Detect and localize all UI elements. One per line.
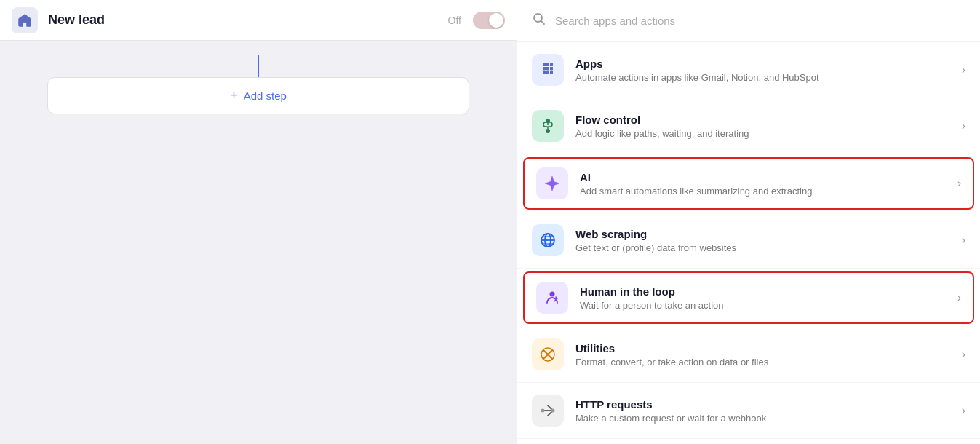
http-requests-text: HTTP requests Make a custom request or w… xyxy=(575,398,950,424)
human-in-the-loop-title: Human in the loop xyxy=(580,285,946,298)
utilities-chevron: › xyxy=(962,348,965,361)
human-in-the-loop-chevron: › xyxy=(957,291,961,304)
svg-point-20 xyxy=(541,409,545,413)
svg-rect-7 xyxy=(550,68,553,71)
menu-item-apps[interactable]: Apps Automate actions in apps like Gmail… xyxy=(517,42,980,98)
flow-control-title: Flow control xyxy=(575,114,950,126)
web-scraping-icon xyxy=(532,224,564,256)
ai-desc: Add smart automations like summarizing a… xyxy=(580,186,946,197)
web-scraping-desc: Get text or (profile) data from websites xyxy=(575,242,950,253)
svg-rect-3 xyxy=(546,63,549,66)
apps-icon xyxy=(532,54,564,86)
svg-line-1 xyxy=(541,21,545,25)
svg-rect-4 xyxy=(550,63,553,66)
web-scraping-title: Web scraping xyxy=(575,228,950,240)
ai-icon xyxy=(536,167,568,199)
search-input[interactable] xyxy=(555,15,965,27)
utilities-text: Utilities Format, convert, or take actio… xyxy=(575,342,950,368)
http-requests-icon xyxy=(532,395,564,427)
plus-icon: + xyxy=(230,88,238,103)
svg-point-18 xyxy=(550,292,555,297)
svg-rect-9 xyxy=(546,71,549,74)
toggle-wrapper: Off xyxy=(448,12,505,29)
http-requests-chevron: › xyxy=(962,404,965,417)
add-step-label: Add step xyxy=(244,90,287,102)
menu-item-ai[interactable]: AI Add smart automations like summarizin… xyxy=(523,157,974,210)
workflow-title: New lead xyxy=(48,12,438,28)
web-scraping-chevron: › xyxy=(962,234,965,247)
apps-desc: Automate actions in apps like Gmail, Not… xyxy=(575,72,950,83)
human-in-the-loop-icon xyxy=(536,282,568,314)
workflow-area: + Add step xyxy=(0,41,517,444)
menu-item-http-requests[interactable]: HTTP requests Make a custom request or w… xyxy=(517,383,980,439)
flow-control-icon xyxy=(532,110,564,142)
ai-chevron: › xyxy=(957,177,961,190)
toggle-knob xyxy=(489,13,503,28)
svg-rect-6 xyxy=(546,68,549,71)
menu-list: Apps Automate actions in apps like Gmail… xyxy=(517,42,980,444)
app-icon xyxy=(12,7,38,33)
add-step-button[interactable]: + Add step xyxy=(47,77,469,114)
svg-point-21 xyxy=(551,409,555,413)
svg-rect-2 xyxy=(543,63,546,66)
utilities-title: Utilities xyxy=(575,342,950,354)
apps-title: Apps xyxy=(575,58,950,70)
svg-rect-5 xyxy=(543,68,546,71)
search-icon xyxy=(532,12,546,30)
svg-rect-10 xyxy=(550,71,553,74)
utilities-desc: Format, convert, or take action on data … xyxy=(575,357,950,368)
ai-text: AI Add smart automations like summarizin… xyxy=(580,171,946,197)
ai-title: AI xyxy=(580,171,946,183)
svg-rect-8 xyxy=(543,71,546,74)
apps-chevron: › xyxy=(962,63,965,76)
flow-control-text: Flow control Add logic like paths, waiti… xyxy=(575,114,950,139)
menu-item-web-scraping[interactable]: Web scraping Get text or (profile) data … xyxy=(517,213,980,269)
flow-control-chevron: › xyxy=(962,119,965,132)
left-panel: New lead Off + Add step xyxy=(0,0,517,444)
header-bar: New lead Off xyxy=(0,0,517,41)
http-requests-title: HTTP requests xyxy=(575,398,950,411)
apps-text: Apps Automate actions in apps like Gmail… xyxy=(575,58,950,83)
menu-item-flow-control[interactable]: Flow control Add logic like paths, waiti… xyxy=(517,98,980,154)
right-panel: Apps Automate actions in apps like Gmail… xyxy=(517,0,980,444)
flow-control-desc: Add logic like paths, waiting, and itera… xyxy=(575,128,950,139)
connector-line xyxy=(258,55,259,77)
human-in-the-loop-desc: Wait for a person to take an action xyxy=(580,300,946,311)
http-requests-desc: Make a custom request or wait for a webh… xyxy=(575,413,950,424)
web-scraping-text: Web scraping Get text or (profile) data … xyxy=(575,228,950,253)
toggle-switch[interactable] xyxy=(473,12,505,29)
menu-item-human-in-the-loop[interactable]: Human in the loop Wait for a person to t… xyxy=(523,271,974,324)
human-in-the-loop-text: Human in the loop Wait for a person to t… xyxy=(580,285,946,311)
menu-item-utilities[interactable]: Utilities Format, convert, or take actio… xyxy=(517,327,980,383)
utilities-icon xyxy=(532,338,564,370)
svg-point-12 xyxy=(546,129,550,133)
toggle-label: Off xyxy=(448,15,461,26)
search-bar xyxy=(517,0,980,42)
